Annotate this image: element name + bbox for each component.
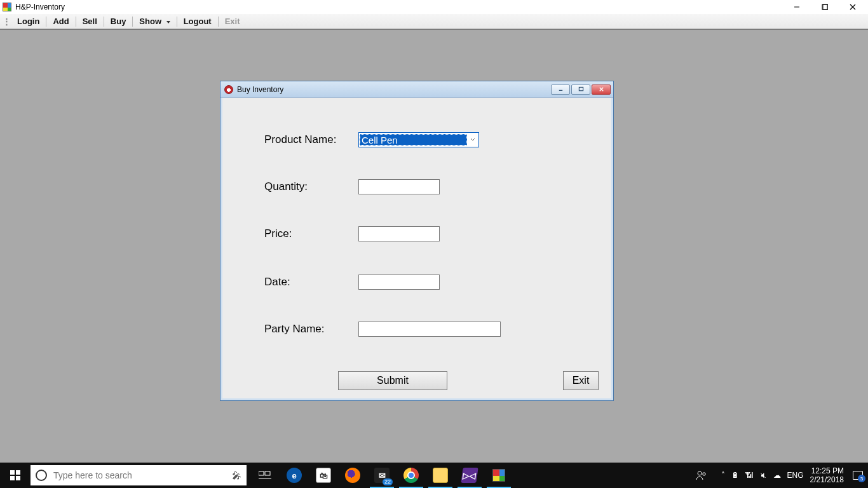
- taskbar-app-edge[interactable]: e: [280, 463, 309, 488]
- taskbar-people-button[interactable]: [687, 463, 716, 488]
- microphone-icon[interactable]: 🎤︎: [232, 470, 241, 481]
- menu-item-sell[interactable]: Sell: [78, 15, 102, 27]
- dialog-title: Buy Inventory: [237, 85, 283, 94]
- svg-point-12: [698, 471, 702, 475]
- tray-date: 2/21/2018: [810, 475, 844, 484]
- exit-button[interactable]: Exit: [563, 371, 599, 390]
- product-name-value: Cell Pen: [360, 134, 467, 146]
- product-name-combobox[interactable]: Cell Pen: [358, 132, 479, 147]
- tray-action-center[interactable]: 3: [853, 471, 863, 480]
- menu-item-show-label: Show: [139, 17, 161, 26]
- menu-separator: [76, 17, 76, 27]
- product-name-label: Product Name:: [264, 133, 358, 146]
- dialog-titlebar[interactable]: Buy Inventory: [220, 81, 613, 98]
- tray-time: 12:25 PM: [810, 466, 844, 475]
- svg-rect-10: [265, 471, 270, 475]
- svg-rect-6: [579, 87, 583, 90]
- menu-separator: [218, 17, 219, 27]
- date-input[interactable]: [358, 274, 440, 290]
- notification-badge: 3: [858, 475, 865, 482]
- quantity-label: Quantity:: [264, 180, 358, 193]
- windows-logo-icon: [10, 470, 20, 480]
- menu-separator: [46, 17, 46, 27]
- dialog-close-button[interactable]: [592, 85, 611, 95]
- buy-inventory-dialog: Buy Inventory Product Name: Cell Pen: [220, 81, 614, 401]
- tray-volume-icon[interactable]: 🔇︎: [759, 471, 767, 480]
- menu-item-logout[interactable]: Logout: [179, 15, 217, 27]
- date-label: Date:: [264, 276, 358, 288]
- taskbar-app-store[interactable]: 🛍︎: [309, 463, 338, 488]
- menu-item-login[interactable]: Login: [12, 15, 44, 27]
- system-tray: ˄ 🔋︎ 📶︎ 🔇︎ ☁︎ ENG 12:25 PM 2/21/2018 3: [716, 466, 868, 484]
- menu-separator: [177, 17, 177, 27]
- app-icon: [3, 3, 11, 11]
- menu-separator: [104, 17, 104, 27]
- taskbar-app-file-explorer[interactable]: [426, 463, 455, 488]
- taskbar-app-mail[interactable]: ✉22: [367, 463, 397, 488]
- menu-item-exit[interactable]: Exit: [220, 15, 245, 27]
- price-label: Price:: [264, 227, 358, 240]
- task-view-button[interactable]: [250, 463, 280, 488]
- dialog-maximize-button[interactable]: [571, 85, 590, 95]
- menu-item-add[interactable]: Add: [48, 15, 74, 27]
- price-input[interactable]: [358, 226, 440, 241]
- svg-rect-9: [259, 471, 264, 475]
- svg-point-13: [702, 473, 705, 475]
- parent-window-titlebar: H&P-Inventory: [0, 0, 868, 14]
- chevron-down-icon: [166, 21, 170, 24]
- tray-clock[interactable]: 12:25 PM 2/21/2018: [810, 466, 846, 484]
- taskbar-app-chrome[interactable]: [397, 463, 426, 488]
- taskbar-app-firefox[interactable]: [338, 463, 367, 488]
- start-button[interactable]: [0, 463, 31, 488]
- menu-item-show[interactable]: Show: [134, 15, 175, 27]
- taskbar: 🎤︎ e 🛍︎ ✉22 ▷◁ ˄ 🔋︎ 📶︎ 🔇︎ ☁︎ ENG 12:25 P…: [0, 463, 868, 488]
- dialog-minimize-button[interactable]: [551, 85, 570, 95]
- dialog-icon: [224, 85, 233, 94]
- dialog-body: Product Name: Cell Pen Quantity: Price: …: [220, 98, 613, 400]
- parent-window-title: H&P-Inventory: [15, 3, 65, 11]
- tray-onedrive-icon[interactable]: ☁︎: [773, 471, 781, 480]
- taskbar-app-visual-studio[interactable]: ▷◁: [455, 463, 484, 488]
- cortana-icon: [36, 470, 47, 481]
- tray-wifi-icon[interactable]: 📶︎: [745, 471, 753, 480]
- party-name-label: Party Name:: [264, 323, 358, 336]
- menu-bar: ⋮ Login Add Sell Buy Show Logout Exit: [0, 14, 868, 29]
- party-name-input[interactable]: [358, 322, 501, 337]
- mail-badge: 22: [383, 478, 393, 485]
- quantity-input[interactable]: [358, 179, 440, 194]
- tray-battery-icon[interactable]: 🔋︎: [731, 471, 739, 480]
- menu-separator: [132, 17, 133, 27]
- parent-close-button[interactable]: [839, 0, 867, 14]
- submit-button[interactable]: Submit: [338, 371, 447, 390]
- mdi-client-area: Buy Inventory Product Name: Cell Pen: [0, 29, 868, 463]
- tray-language[interactable]: ENG: [787, 471, 804, 480]
- tray-overflow-icon[interactable]: ˄: [721, 471, 725, 480]
- chevron-down-icon: [467, 133, 478, 147]
- parent-maximize-button[interactable]: [811, 0, 839, 14]
- toolbar-grip-icon: ⋮: [3, 17, 10, 26]
- menu-item-buy[interactable]: Buy: [105, 15, 132, 27]
- taskbar-search-input[interactable]: [53, 470, 226, 480]
- taskbar-search[interactable]: 🎤︎: [31, 465, 247, 485]
- taskbar-app-current[interactable]: [484, 463, 513, 488]
- parent-minimize-button[interactable]: [783, 0, 811, 14]
